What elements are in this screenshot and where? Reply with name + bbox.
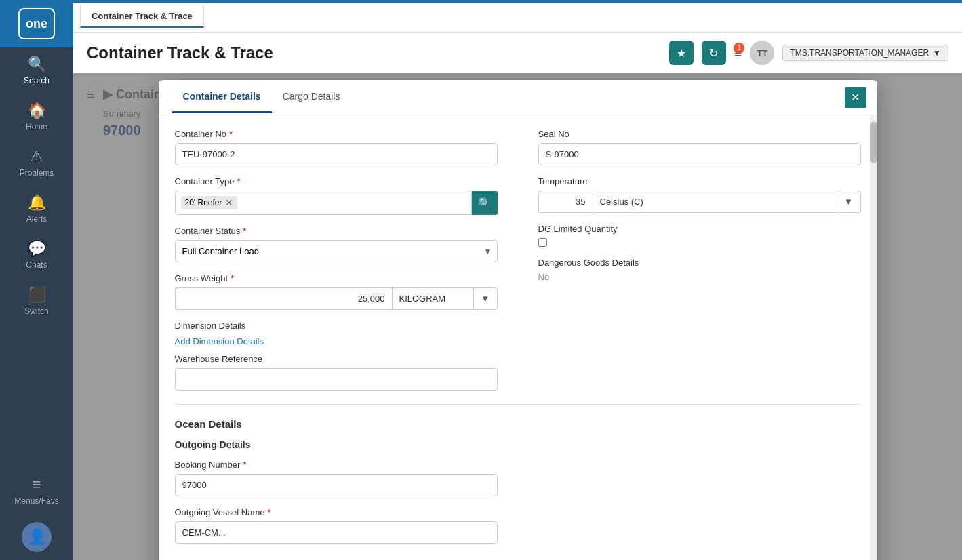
container-type-search-button[interactable]: 🔍: [472, 191, 498, 215]
required-marker: *: [229, 129, 233, 139]
temperature-unit-input: [593, 191, 837, 213]
sidebar-item-label: Menus/Favs: [14, 496, 58, 506]
user-role-text: TMS.TRANSPORTATION_MANAGER: [790, 48, 929, 58]
container-status-select-wrapper: Full Container Load Less Container Load …: [175, 240, 498, 262]
form-left-col: Container No * Container Type *: [175, 129, 498, 401]
gross-weight-unit-dropdown-button[interactable]: ▼: [473, 287, 498, 310]
tag-text: 20' Reefer: [185, 198, 222, 207]
notification-button[interactable]: ≡ 1: [734, 45, 742, 61]
chevron-down-icon: ▼: [933, 48, 941, 58]
outgoing-section-title: Outgoing Details: [175, 439, 861, 450]
sidebar-item-problems[interactable]: ⚠ Problems: [0, 140, 73, 186]
gross-weight-group: Gross Weight * ▼: [175, 273, 498, 310]
modal-scrollbar[interactable]: [870, 115, 877, 560]
sidebar-item-search[interactable]: 🔍 Search: [0, 47, 73, 94]
dimension-details-label: Dimension Details: [175, 321, 498, 331]
dg-limited-group: DG Limited Quantity: [538, 224, 861, 247]
notification-badge: 1: [734, 43, 744, 54]
gross-weight-input[interactable]: [175, 287, 392, 310]
tag-remove-icon[interactable]: ✕: [225, 197, 233, 208]
modal-dialog: Container Details Cargo Details ✕: [159, 80, 877, 560]
gross-weight-label: Gross Weight *: [175, 273, 498, 283]
container-type-tag-input[interactable]: 20' Reefer ✕: [175, 191, 472, 215]
search-icon: 🔍: [28, 56, 46, 73]
sidebar-item-menus[interactable]: ≡ Menus/Favs: [0, 468, 73, 514]
main-area: ☰ ▶ Container Track Summary 97000 Contai…: [73, 73, 962, 560]
tab-container-details[interactable]: Container Details: [172, 81, 272, 113]
modal-header: Container Details Cargo Details ✕: [159, 80, 877, 115]
sidebar-item-label: Alerts: [26, 214, 47, 224]
sidebar-item-label: Problems: [20, 168, 54, 178]
header-row: Container Track & Trace ★ ↻ ≡ 1 TT TMS.T…: [73, 33, 962, 73]
container-type-input-row: 20' Reefer ✕ 🔍: [175, 191, 498, 215]
seal-no-input[interactable]: [538, 143, 861, 165]
modal-close-button[interactable]: ✕: [845, 87, 866, 108]
temperature-unit-dropdown-button[interactable]: ▼: [837, 191, 861, 213]
tab-cargo-details[interactable]: Cargo Details: [272, 81, 351, 113]
required-marker: *: [237, 176, 240, 186]
dangerous-goods-label: Dangerous Goods Details: [538, 258, 861, 268]
temperature-label: Temperature: [538, 176, 861, 186]
ocean-section: Ocean Details Outgoing Details Booking N…: [175, 404, 861, 555]
progress-bar: [73, 0, 962, 3]
sidebar-item-switch[interactable]: ⬛ Switch: [0, 278, 73, 324]
gross-weight-row: ▼: [175, 287, 498, 310]
sidebar-item-chats[interactable]: 💬 Chats: [0, 232, 73, 278]
page-title: Container Track & Trace: [87, 43, 661, 62]
container-status-label: Container Status *: [175, 226, 498, 236]
dimension-details-group: Dimension Details Add Dimension Details: [175, 321, 498, 347]
required-marker: *: [243, 460, 246, 470]
user-initials: TT: [757, 48, 767, 58]
star-icon: ★: [677, 47, 686, 60]
sidebar-item-alerts[interactable]: 🔔 Alerts: [0, 186, 73, 232]
temperature-group: Temperature ▼: [538, 176, 861, 213]
outgoing-vessel-group: Outgoing Vessel Name *: [175, 507, 498, 544]
tab-container-track[interactable]: Container Track & Trace: [80, 5, 204, 28]
required-marker: *: [267, 507, 270, 517]
user-avatar-sidebar[interactable]: 👤: [22, 522, 52, 552]
ocean-form-grid: Booking Number * Outgoing Vessel Name *: [175, 460, 861, 555]
container-status-select[interactable]: Full Container Load Less Container Load: [175, 240, 498, 262]
modal-overlay: Container Details Cargo Details ✕: [73, 73, 962, 560]
dangerous-goods-group: Dangerous Goods Details No: [538, 258, 861, 282]
search-icon: 🔍: [478, 197, 492, 209]
tab-container-details-label: Container Details: [183, 91, 261, 102]
topbar: Container Track & Trace Container Track …: [73, 0, 962, 73]
container-no-input[interactable]: [175, 143, 498, 165]
add-dimension-link[interactable]: Add Dimension Details: [175, 336, 264, 346]
booking-number-input[interactable]: [175, 474, 498, 496]
warehouse-ref-input[interactable]: [175, 368, 498, 391]
tab-cargo-details-label: Cargo Details: [283, 91, 340, 102]
user-role-selector[interactable]: TMS.TRANSPORTATION_MANAGER ▼: [782, 45, 948, 61]
ocean-section-title: Ocean Details: [175, 418, 861, 430]
seal-no-label: Seal No: [538, 129, 861, 139]
required-marker: *: [243, 226, 246, 236]
app-logo[interactable]: one: [0, 0, 73, 47]
sidebar-item-home[interactable]: 🏠 Home: [0, 94, 73, 140]
favorite-button[interactable]: ★: [669, 41, 694, 65]
booking-number-group: Booking Number *: [175, 460, 498, 496]
warehouse-ref-label: Warehouse Reference: [175, 354, 498, 364]
temperature-row: ▼: [538, 191, 861, 213]
logo-box: one: [18, 8, 55, 39]
form-grid: Container No * Container Type *: [175, 129, 861, 401]
refresh-button[interactable]: ↻: [702, 41, 726, 65]
user-avatar: TT: [750, 41, 774, 65]
dangerous-goods-value: No: [538, 272, 861, 282]
temperature-input[interactable]: [538, 191, 593, 213]
seal-no-group: Seal No: [538, 129, 861, 165]
close-icon: ✕: [851, 91, 860, 104]
chevron-down-icon: ▼: [844, 197, 853, 207]
outgoing-vessel-input[interactable]: [175, 521, 498, 544]
dg-limited-checkbox-wrapper: [538, 238, 861, 247]
dg-limited-checkbox[interactable]: [538, 238, 547, 247]
form-right-col: Seal No Temperature: [538, 129, 861, 401]
sidebar: one 🔍 Search 🏠 Home ⚠ Problems 🔔 Alerts …: [0, 0, 73, 560]
logo-text: one: [26, 17, 47, 31]
home-icon: 🏠: [28, 102, 46, 119]
sidebar-item-label: Home: [26, 122, 47, 132]
sidebar-item-label: Switch: [24, 306, 48, 316]
gross-weight-unit-input: [392, 287, 473, 310]
container-type-label: Container Type *: [175, 176, 498, 186]
refresh-icon: ↻: [709, 47, 718, 60]
